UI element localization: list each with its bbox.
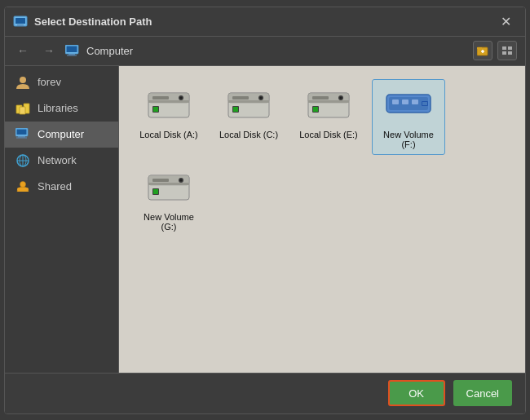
cancel-button[interactable]: Cancel	[453, 380, 512, 406]
svg-rect-57	[402, 99, 409, 104]
svg-rect-32	[148, 100, 189, 103]
svg-rect-64	[148, 183, 189, 185]
file-item-disk-a[interactable]: Local Disk (A:)	[132, 79, 205, 155]
svg-rect-18	[20, 107, 25, 114]
svg-rect-40	[228, 100, 269, 103]
svg-rect-20	[17, 129, 27, 135]
file-item-vol-f[interactable]: New Volume (F:)	[372, 79, 445, 155]
svg-rect-33	[152, 96, 169, 99]
vol-f-label: New Volume (F:)	[376, 130, 441, 149]
svg-rect-65	[152, 179, 169, 182]
ok-button[interactable]: OK	[388, 380, 445, 406]
dialog-title: Select Destination Path	[34, 15, 494, 28]
file-area: Local Disk (A:) Local Disk	[119, 66, 525, 373]
computer-sidebar-icon	[15, 128, 31, 141]
sidebar-label-forev: forev	[38, 76, 61, 88]
vol-g-icon	[144, 169, 193, 209]
title-bar: Select Destination Path ✕	[5, 7, 525, 37]
svg-rect-61	[422, 104, 427, 104]
svg-rect-6	[67, 55, 77, 56]
disk-e-icon	[304, 86, 353, 126]
user-icon	[15, 76, 31, 89]
disk-e-label: Local Disk (E:)	[299, 130, 358, 139]
computer-breadcrumb-icon	[65, 45, 82, 56]
svg-rect-22	[16, 137, 27, 138]
sidebar-label-shared: Shared	[38, 180, 72, 192]
svg-rect-45	[233, 107, 238, 112]
svg-rect-5	[68, 54, 75, 55]
svg-rect-14	[508, 51, 512, 55]
svg-rect-49	[312, 96, 329, 99]
dialog-icon	[13, 14, 28, 29]
breadcrumb-text: Computer	[86, 45, 133, 57]
svg-rect-11	[502, 46, 506, 50]
svg-rect-58	[412, 99, 418, 104]
view-button[interactable]	[497, 41, 517, 60]
svg-rect-21	[18, 136, 25, 138]
breadcrumb: Computer	[65, 45, 466, 57]
forward-button[interactable]: →	[39, 41, 59, 60]
svg-rect-8	[477, 47, 482, 49]
svg-rect-59	[422, 101, 428, 106]
svg-rect-53	[313, 107, 318, 112]
disk-a-icon	[144, 86, 193, 126]
close-button[interactable]: ✕	[494, 11, 517, 31]
network-icon	[15, 154, 31, 167]
dialog: Select Destination Path ✕ ← → Computer	[4, 7, 526, 414]
svg-rect-4	[67, 46, 77, 53]
svg-point-67	[180, 179, 183, 181]
svg-rect-60	[422, 102, 427, 103]
toolbar: ← → Computer	[5, 37, 525, 66]
sidebar-label-network: Network	[38, 154, 77, 166]
back-button[interactable]: ←	[13, 41, 33, 60]
svg-point-28	[25, 188, 29, 191]
sidebar-item-libraries[interactable]: Libraries	[5, 95, 118, 122]
sidebar-item-network[interactable]: Network	[5, 148, 118, 174]
file-item-disk-c[interactable]: Local Disk (C:)	[212, 79, 285, 155]
svg-point-43	[260, 96, 263, 99]
svg-rect-37	[153, 107, 158, 112]
svg-point-51	[340, 96, 342, 99]
svg-rect-56	[392, 99, 399, 104]
sidebar-label-libraries: Libraries	[38, 102, 78, 114]
svg-rect-1	[15, 18, 25, 24]
file-item-vol-g[interactable]: New Volume (G:)	[132, 161, 205, 237]
sidebar-label-computer: Computer	[38, 128, 84, 140]
disk-c-label: Local Disk (C:)	[219, 130, 278, 139]
vol-g-label: New Volume (G:)	[136, 212, 201, 232]
svg-point-27	[20, 181, 26, 187]
disk-c-icon	[224, 86, 273, 126]
sidebar-item-forev[interactable]: forev	[5, 69, 118, 95]
svg-point-29	[17, 188, 20, 191]
content-area: forev Libraries	[5, 66, 525, 373]
svg-point-15	[20, 77, 26, 83]
svg-rect-48	[308, 100, 349, 103]
svg-point-35	[180, 96, 183, 99]
file-item-disk-e[interactable]: Local Disk (E:)	[292, 79, 365, 155]
toolbar-actions	[473, 41, 517, 60]
sidebar-item-shared[interactable]: Shared	[5, 174, 118, 200]
svg-rect-69	[153, 189, 158, 194]
shared-icon	[15, 180, 31, 193]
footer: OK Cancel	[5, 373, 525, 413]
libraries-icon	[15, 102, 31, 115]
disk-a-label: Local Disk (A:)	[139, 130, 198, 139]
svg-rect-41	[232, 96, 249, 99]
svg-rect-2	[17, 24, 24, 26]
svg-rect-13	[502, 51, 506, 55]
vol-f-icon	[384, 86, 433, 126]
new-folder-button[interactable]	[473, 41, 492, 60]
sidebar: forev Libraries	[5, 66, 119, 373]
sidebar-item-computer[interactable]: Computer	[5, 122, 118, 148]
svg-rect-12	[508, 46, 512, 50]
